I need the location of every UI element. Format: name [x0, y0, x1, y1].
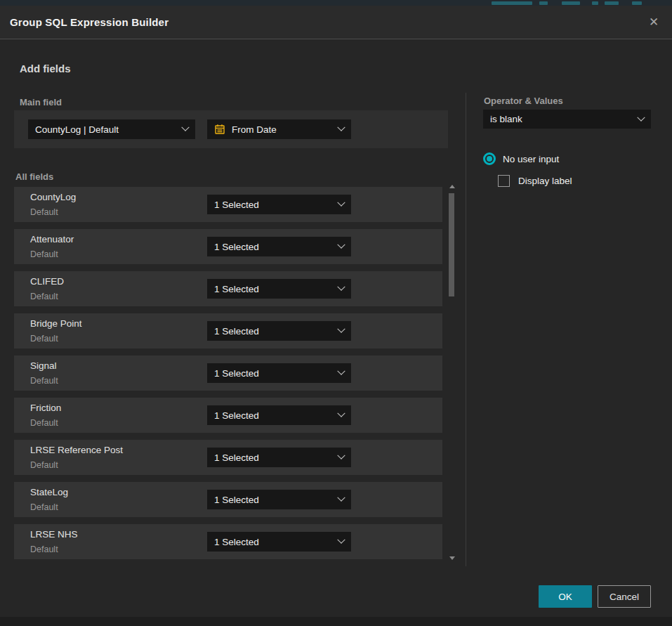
field-subtitle: Default: [30, 502, 58, 512]
field-selection-dropdown[interactable]: 1 Selected: [207, 195, 351, 214]
field-row-lrse-nhs[interactable]: LRSE NHS Default 1 Selected: [14, 524, 442, 559]
field-selection-dropdown[interactable]: 1 Selected: [207, 363, 351, 383]
chevron-down-icon: [337, 367, 345, 375]
field-subtitle: Default: [30, 249, 58, 259]
dialog-title: Group SQL Expression Builder: [10, 16, 169, 28]
field-subtitle: Default: [30, 207, 58, 217]
group-sql-expression-builder-dialog: Group SQL Expression Builder ✕ Add field…: [0, 6, 672, 617]
field-name: StateLog: [30, 487, 68, 497]
close-icon[interactable]: ✕: [644, 13, 664, 32]
field-selection-dropdown[interactable]: 1 Selected: [207, 237, 351, 256]
operator-values-heading: Operator & Values: [484, 96, 563, 106]
field-selection-value: 1 Selected: [214, 200, 333, 210]
field-name: Signal: [30, 360, 57, 371]
main-layer-select[interactable]: CountyLog | Default: [28, 119, 195, 139]
field-name: Friction: [30, 403, 61, 413]
field-row-bridge-point[interactable]: Bridge Point Default 1 Selected: [14, 313, 442, 348]
scrollbar-down-arrow-icon[interactable]: [449, 556, 455, 560]
field-selection-dropdown[interactable]: 1 Selected: [207, 490, 351, 509]
field-selection-dropdown[interactable]: 1 Selected: [207, 321, 351, 341]
no-user-input-option[interactable]: No user input: [483, 152, 559, 165]
field-row-friction[interactable]: Friction Default 1 Selected: [14, 398, 442, 433]
field-name: LRSE NHS: [30, 529, 78, 540]
operator-select[interactable]: is blank: [483, 110, 651, 129]
field-selection-value: 1 Selected: [214, 242, 333, 252]
calendar-icon: [214, 124, 225, 135]
field-selection-value: 1 Selected: [214, 326, 333, 337]
chevron-down-icon: [337, 325, 345, 333]
background-fragment: [592, 1, 598, 5]
field-row-countylog[interactable]: CountyLog Default 1 Selected: [14, 187, 442, 222]
chevron-down-icon: [337, 410, 345, 417]
operator-select-value: is blank: [490, 114, 633, 124]
field-selection-dropdown[interactable]: 1 Selected: [207, 405, 351, 425]
background-fragment: [492, 1, 532, 5]
field-row-clifed[interactable]: CLIFED Default 1 Selected: [14, 271, 442, 306]
all-fields-label: All fields: [15, 171, 53, 182]
background-fragment: [605, 1, 619, 5]
field-row-signal[interactable]: Signal Default 1 Selected: [14, 356, 442, 391]
chevron-down-icon: [337, 124, 345, 131]
field-name: LRSE Reference Post: [30, 445, 123, 455]
field-selection-dropdown[interactable]: 1 Selected: [207, 279, 351, 299]
field-selection-dropdown[interactable]: 1 Selected: [207, 448, 351, 467]
field-selection-value: 1 Selected: [214, 284, 333, 294]
chevron-down-icon: [337, 452, 345, 459]
field-subtitle: Default: [30, 460, 58, 470]
main-field-panel: CountyLog | Default From Date: [14, 110, 448, 148]
main-field-select-value: From Date: [232, 124, 333, 135]
dialog-titlebar: Group SQL Expression Builder: [0, 6, 672, 39]
field-row-statelog[interactable]: StateLog Default 1 Selected: [14, 482, 442, 517]
display-label-option[interactable]: Display label: [498, 175, 572, 187]
field-subtitle: Default: [30, 376, 58, 386]
field-selection-value: 1 Selected: [214, 537, 333, 547]
main-field-label: Main field: [20, 97, 62, 107]
field-selection-value: 1 Selected: [214, 452, 333, 463]
field-row-lrse-reference-post[interactable]: LRSE Reference Post Default 1 Selected: [14, 440, 442, 475]
checkbox-unchecked-icon[interactable]: [498, 175, 510, 187]
chevron-down-icon: [337, 199, 345, 207]
field-selection-value: 1 Selected: [214, 368, 333, 379]
page: Group SQL Expression Builder ✕ Add field…: [0, 0, 672, 626]
field-selection-dropdown[interactable]: 1 Selected: [207, 532, 351, 552]
ok-button[interactable]: OK: [539, 585, 592, 608]
scrollbar-thumb[interactable]: [449, 193, 454, 296]
chevron-down-icon: [337, 283, 345, 291]
field-name: Attenuator: [30, 234, 74, 244]
display-label-label: Display label: [518, 176, 572, 186]
field-subtitle: Default: [30, 418, 58, 428]
field-selection-value: 1 Selected: [214, 410, 333, 421]
main-layer-select-value: CountyLog | Default: [35, 124, 177, 135]
field-row-attenuator[interactable]: Attenuator Default 1 Selected: [14, 229, 442, 264]
cancel-button[interactable]: Cancel: [598, 585, 651, 608]
field-subtitle: Default: [30, 292, 58, 301]
scrollbar-up-arrow-icon[interactable]: [449, 185, 455, 188]
no-user-input-label: No user input: [503, 154, 559, 164]
radio-selected-icon[interactable]: [483, 152, 496, 165]
panel-divider: [466, 93, 466, 566]
field-selection-value: 1 Selected: [214, 495, 333, 505]
chevron-down-icon: [337, 241, 345, 249]
field-name: CountyLog: [30, 192, 76, 202]
main-field-select[interactable]: From Date: [207, 119, 351, 139]
background-fragment: [562, 1, 580, 5]
chevron-down-icon: [337, 494, 345, 502]
add-fields-heading: Add fields: [20, 63, 71, 74]
field-subtitle: Default: [30, 334, 58, 344]
chevron-down-icon: [337, 536, 345, 544]
chevron-down-icon: [181, 124, 189, 131]
field-name: Bridge Point: [30, 318, 82, 329]
background-app-top-edge: [0, 0, 672, 6]
background-app-bottom-edge: [0, 617, 672, 626]
chevron-down-icon: [637, 113, 645, 121]
background-fragment: [539, 1, 548, 5]
background-fragment: [632, 1, 642, 5]
field-subtitle: Default: [30, 545, 58, 554]
field-name: CLIFED: [30, 276, 64, 287]
